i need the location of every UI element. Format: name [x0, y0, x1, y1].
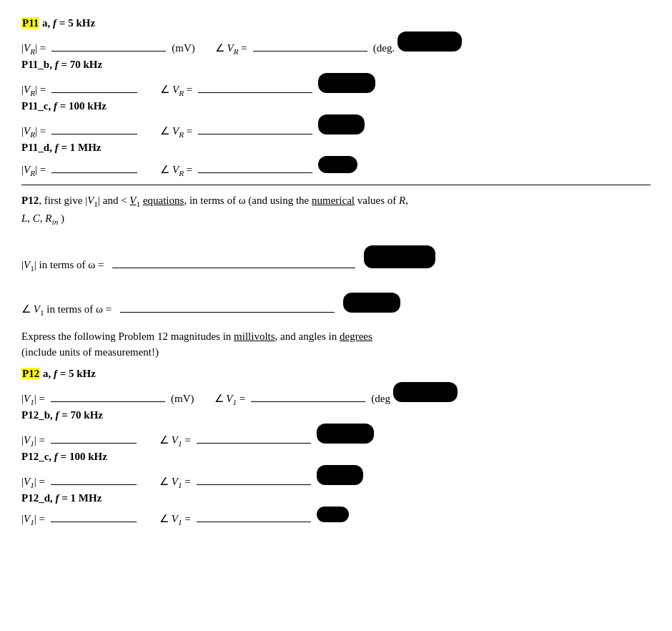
p12-b-blacked	[317, 424, 374, 444]
p11-c-left: |VR| =	[21, 123, 140, 139]
p11-b-vr-abs: |VR| =	[21, 84, 46, 97]
p12-d-left: |V1| =	[21, 511, 139, 527]
angle-v1-line: ∠ V1 in terms of ω =	[21, 293, 651, 317]
p11-d-heading: P11_d, f = 1 MHz	[21, 142, 651, 154]
p12-a-v1-input[interactable]	[51, 391, 165, 402]
p12-intro-text: P12, first give |V1| and < V1 equations,…	[21, 192, 651, 228]
angle-v1-label: ∠ V1 in terms of ω =	[21, 303, 112, 317]
p11-d-angle-label: ∠ VR =	[160, 163, 192, 177]
p12-d-heading: P12_d, f = 1 MHz	[21, 492, 651, 504]
p11-a-mv-unit: (mV)	[172, 42, 195, 54]
p11-d-row: |VR| = ∠ VR =	[21, 156, 651, 177]
v1-abs-input[interactable]	[112, 257, 355, 268]
p11-b-blacked	[318, 73, 375, 93]
p12-d-angle-label: ∠ V1 =	[159, 512, 191, 527]
p12-a-row: |V1| = (mV) ∠ V1 = (deg	[21, 382, 651, 406]
p11-a-vr-input[interactable]	[51, 40, 166, 52]
p12-c-blacked	[317, 465, 363, 485]
angle-v1-blacked	[343, 293, 400, 313]
v1-abs-row: |V1| in terms of ω =	[21, 245, 651, 273]
p12-c-angle-label: ∠ V1 =	[159, 475, 191, 489]
p11-c-row: |VR| = ∠ VR =	[21, 114, 651, 139]
p11-a-blacked1	[397, 31, 462, 52]
v1-abs-blacked	[364, 245, 435, 268]
p12-b-v1-abs: |V1| =	[21, 434, 45, 448]
p12-a-heading: P12 a, f = 5 kHz	[21, 368, 651, 380]
p11-b-angle-input[interactable]	[198, 82, 312, 93]
p11-c-angle-input[interactable]	[198, 123, 312, 134]
p11-a-heading: P11 a, f = 5 kHz	[21, 17, 651, 29]
v1-abs-label: |V1| in terms of ω =	[21, 259, 104, 273]
p12-d-v1-input[interactable]	[51, 511, 137, 522]
p11-b-vr-input[interactable]	[51, 82, 137, 93]
p12-d-v1-abs: |V1| =	[21, 513, 45, 527]
express-paragraph: Express the following Problem 12 magnitu…	[21, 328, 651, 361]
p12-a-v1-abs: |V1| =	[21, 393, 45, 406]
p12-intro-section: P12, first give |V1| and < V1 equations,…	[21, 192, 651, 361]
p11-c-heading: P11_c, f = 100 kHz	[21, 100, 651, 112]
p11-a-vr-abs: |VR| =	[21, 42, 46, 56]
p12-c-angle-input[interactable]	[197, 474, 311, 485]
p12-a-left: |V1| = (mV)	[21, 391, 194, 406]
p11-section: P11 a, f = 5 kHz |VR| = (mV) ∠ VR = (deg…	[21, 17, 651, 177]
p12-d-blacked	[317, 507, 349, 522]
p12-b-heading: P12_b, f = 70 kHz	[21, 409, 651, 421]
p12-section: P12 a, f = 5 kHz |V1| = (mV) ∠ V1 = (deg…	[21, 368, 651, 527]
p11-c-blacked	[318, 114, 365, 134]
p11-d-right: ∠ VR =	[160, 156, 357, 177]
p12-a-mv-unit: (mV)	[171, 393, 194, 405]
p12-label: P12	[21, 368, 40, 379]
p11-a-deg-label: (deg.	[373, 42, 395, 54]
p11-c-vr-input[interactable]	[51, 123, 137, 134]
p12-b-right: ∠ V1 =	[159, 424, 374, 448]
p12-c-right: ∠ V1 =	[159, 465, 363, 489]
p12-c-v1-abs: |V1| =	[21, 476, 45, 489]
p11-a-left: |VR| = (mV)	[21, 40, 195, 56]
p11-d-vr-input[interactable]	[51, 162, 137, 173]
p12-bold-label: P12	[21, 195, 39, 206]
angle-v1-row: ∠ V1 in terms of ω =	[21, 293, 651, 317]
p12-b-v1-input[interactable]	[51, 432, 137, 444]
p11-a-angle-input[interactable]	[253, 40, 367, 52]
p12-d-right: ∠ V1 =	[159, 507, 349, 527]
p11-a-row: |VR| = (mV) ∠ VR = (deg.	[21, 31, 651, 56]
p11-a-right: ∠ VR = (deg.	[215, 31, 462, 56]
p12-b-row: |V1| = ∠ V1 =	[21, 424, 651, 448]
p12-b-left: |V1| =	[21, 432, 139, 448]
p12-b-angle-label: ∠ V1 =	[159, 434, 191, 448]
p12-b-angle-input[interactable]	[197, 432, 311, 444]
p12-a-right: ∠ V1 = (deg	[214, 382, 458, 406]
p11-a-label: a, f = 5 kHz	[39, 17, 95, 29]
p11-d-angle-input[interactable]	[198, 162, 312, 173]
p12-a-angle-label: ∠ V1 =	[214, 392, 246, 406]
p12-a-blacked	[393, 382, 458, 402]
p11-b-left: |VR| =	[21, 82, 140, 97]
p12-c-v1-input[interactable]	[51, 474, 137, 485]
p12-c-left: |V1| =	[21, 474, 139, 489]
p11-label: P11	[21, 17, 39, 29]
p12-d-angle-input[interactable]	[197, 511, 311, 522]
v1-abs-line: |V1| in terms of ω =	[21, 245, 651, 273]
p11-b-row: |VR| = ∠ VR =	[21, 73, 651, 97]
p12-d-row: |V1| = ∠ V1 =	[21, 507, 651, 527]
p11-d-blacked	[318, 156, 357, 173]
p12-c-heading: P12_c, f = 100 kHz	[21, 451, 651, 463]
p11-b-angle-label: ∠ VR =	[160, 83, 192, 97]
p11-d-left: |VR| =	[21, 162, 140, 177]
divider-1	[21, 185, 651, 185]
p11-c-angle-label: ∠ VR =	[160, 124, 192, 139]
p11-c-right: ∠ VR =	[160, 114, 365, 139]
p11-c-vr-abs: |VR| =	[21, 125, 46, 139]
p11-d-vr-abs: |VR| =	[21, 164, 46, 177]
p12-a-angle-input[interactable]	[251, 391, 365, 402]
angle-v1-input[interactable]	[120, 301, 335, 313]
p12-c-row: |V1| = ∠ V1 =	[21, 465, 651, 489]
p11-b-heading: P11_b, f = 70 kHz	[21, 59, 651, 71]
p11-b-right: ∠ VR =	[160, 73, 375, 97]
p12-a-deg-label: (deg	[371, 393, 390, 405]
p11-a-angle-label: ∠ VR =	[215, 41, 247, 56]
